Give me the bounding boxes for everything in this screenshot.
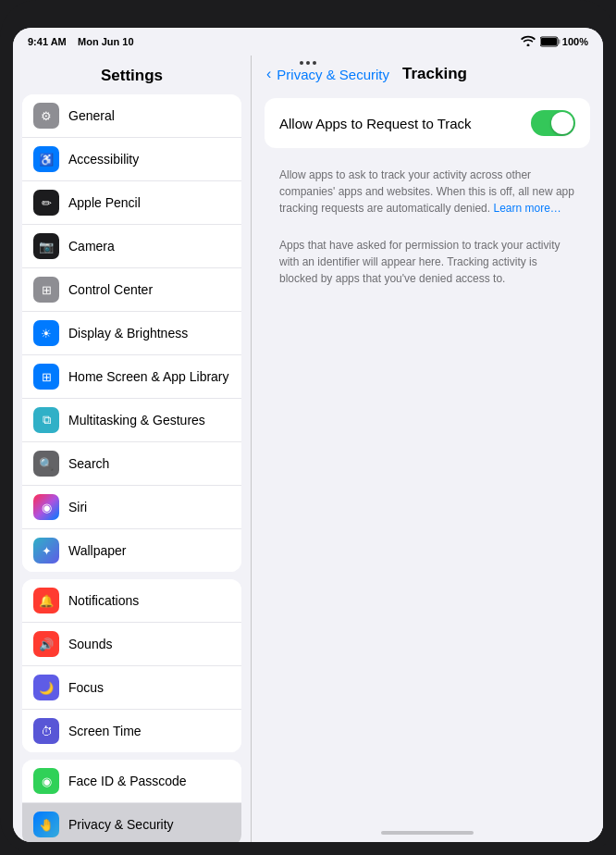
sidebar-item-control-center[interactable]: ⊞Control Center (22, 268, 241, 312)
privacy-security-icon: 🤚 (33, 812, 59, 837)
battery-percent: 100% (562, 36, 588, 47)
siri-icon: ◉ (33, 494, 59, 520)
face-id-label: Face ID & Passcode (68, 774, 230, 788)
accessibility-label: Accessibility (68, 152, 230, 167)
description-2-text: Apps that have asked for permission to t… (279, 239, 560, 285)
main-layout: Settings ⚙General♿Accessibility✏Apple Pe… (13, 56, 603, 842)
sidebar-group-1: 🔔Notifications🔊Sounds🌙Focus⏱Screen Time (22, 579, 241, 752)
tracking-toggle-card: Allow Apps to Request to Track (265, 98, 590, 148)
description-2: Apps that have asked for permission to t… (265, 228, 590, 298)
back-button[interactable]: Privacy & Security (277, 67, 389, 82)
sidebar: Settings ⚙General♿Accessibility✏Apple Pe… (13, 56, 252, 842)
wallpaper-icon: ✦ (33, 538, 59, 564)
screen-time-icon: ⏱ (33, 718, 59, 744)
control-center-icon: ⊞ (33, 277, 59, 303)
sidebar-groups: ⚙General♿Accessibility✏Apple Pencil📷Came… (13, 94, 251, 842)
dot2 (306, 61, 310, 65)
screen-time-label: Screen Time (68, 724, 230, 738)
sidebar-item-display-brightness[interactable]: ☀Display & Brightness (22, 312, 241, 355)
sidebar-item-search[interactable]: 🔍Search (22, 442, 241, 486)
home-bar (381, 831, 474, 835)
sidebar-item-apple-pencil[interactable]: ✏Apple Pencil (22, 181, 241, 225)
description-1: Allow apps to ask to track your activity… (265, 157, 590, 228)
notifications-icon: 🔔 (33, 588, 59, 613)
back-chevron-icon: ‹ (266, 66, 271, 82)
sidebar-group-2: ◉Face ID & Passcode🤚Privacy & Security (22, 760, 241, 842)
content-area: Allow Apps to Request to Track Allow app… (252, 91, 603, 824)
sidebar-item-privacy-security[interactable]: 🤚Privacy & Security (22, 803, 241, 842)
camera-icon: 📷 (33, 233, 59, 259)
allow-apps-toggle[interactable] (531, 110, 575, 136)
page-title: Tracking (402, 65, 467, 83)
toggle-thumb (551, 112, 573, 134)
allow-apps-tracking-row[interactable]: Allow Apps to Request to Track (265, 98, 590, 148)
camera-label: Camera (68, 239, 230, 254)
sidebar-item-home-screen[interactable]: ⊞Home Screen & App Library (22, 355, 241, 399)
sidebar-item-camera[interactable]: 📷Camera (22, 225, 241, 268)
display-brightness-icon: ☀ (33, 320, 59, 346)
status-date: Mon Jun 10 (78, 36, 134, 47)
allow-apps-tracking-label: Allow Apps to Request to Track (279, 116, 531, 131)
wifi-icon (521, 35, 536, 48)
display-brightness-label: Display & Brightness (68, 326, 230, 341)
three-dots (300, 61, 316, 65)
multitasking-icon: ⧉ (33, 407, 59, 433)
sidebar-item-sounds[interactable]: 🔊Sounds (22, 623, 241, 666)
sidebar-item-face-id[interactable]: ◉Face ID & Passcode (22, 760, 241, 803)
sidebar-item-focus[interactable]: 🌙Focus (22, 666, 241, 710)
accessibility-icon: ♿ (33, 146, 59, 172)
sidebar-item-screen-time[interactable]: ⏱Screen Time (22, 710, 241, 752)
siri-label: Siri (68, 500, 230, 514)
wallpaper-label: Wallpaper (68, 543, 230, 558)
sidebar-item-wallpaper[interactable]: ✦Wallpaper (22, 529, 241, 572)
face-id-icon: ◉ (33, 768, 59, 794)
sidebar-item-notifications[interactable]: 🔔Notifications (22, 579, 241, 623)
sidebar-item-multitasking[interactable]: ⧉Multitasking & Gestures (22, 399, 241, 442)
sidebar-item-accessibility[interactable]: ♿Accessibility (22, 138, 241, 181)
svg-rect-2 (558, 40, 560, 44)
dot1 (300, 61, 303, 65)
sounds-icon: 🔊 (33, 631, 59, 657)
search-icon: 🔍 (33, 451, 59, 477)
home-screen-label: Home Screen & App Library (68, 369, 230, 384)
search-label: Search (68, 456, 230, 471)
apple-pencil-icon: ✏ (33, 190, 59, 216)
multitasking-label: Multitasking & Gestures (68, 413, 230, 428)
general-icon: ⚙ (33, 103, 59, 129)
focus-label: Focus (68, 680, 230, 695)
battery-icon: 100% (540, 36, 588, 47)
notifications-label: Notifications (68, 593, 230, 608)
device-frame: 9:41 AM Mon Jun 10 (0, 0, 616, 855)
privacy-security-label: Privacy & Security (68, 817, 230, 832)
general-label: General (68, 108, 230, 123)
focus-icon: 🌙 (33, 675, 59, 700)
svg-rect-1 (541, 38, 557, 45)
sounds-label: Sounds (68, 637, 230, 651)
status-indicators: 100% (521, 35, 588, 48)
control-center-label: Control Center (68, 282, 230, 297)
dot3 (313, 61, 316, 65)
home-screen-icon: ⊞ (33, 364, 59, 390)
sidebar-title: Settings (13, 56, 251, 94)
home-indicator (252, 824, 603, 842)
sidebar-group-0: ⚙General♿Accessibility✏Apple Pencil📷Came… (22, 94, 241, 572)
sidebar-item-siri[interactable]: ◉Siri (22, 486, 241, 529)
learn-more-link[interactable]: Learn more… (493, 202, 561, 215)
status-time-date: 9:41 AM Mon Jun 10 (28, 36, 134, 47)
sidebar-item-general[interactable]: ⚙General (22, 94, 241, 138)
status-bar: 9:41 AM Mon Jun 10 (13, 28, 603, 56)
right-panel: ‹ Privacy & Security Tracking Allow Apps… (252, 56, 603, 842)
screen: 9:41 AM Mon Jun 10 (13, 28, 603, 842)
status-time: 9:41 AM (28, 36, 67, 47)
apple-pencil-label: Apple Pencil (68, 195, 230, 210)
